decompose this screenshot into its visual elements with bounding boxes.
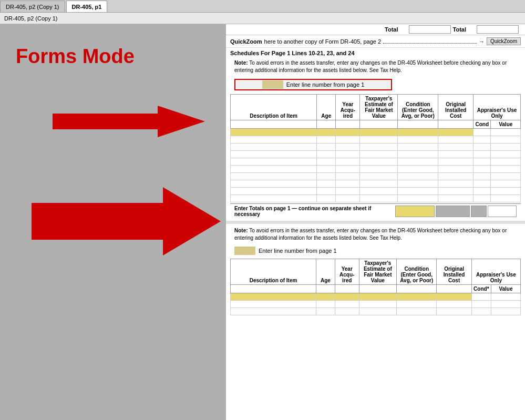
line-number-label1: Enter line number from page 1 [286,81,365,88]
cell-original[interactable] [438,129,473,136]
table-row [231,195,521,202]
tab-bar: DR-405, p2 (Copy 1) DR-405, p1 [0,0,525,13]
quickzoom-button[interactable]: QuickZoom [487,37,521,45]
table-row [231,293,521,301]
arrow-bottom [32,187,221,255]
totals-cell-white1 [488,206,517,217]
table-row [231,173,521,180]
cell-desc[interactable] [231,129,317,136]
table1: Description of Item Age Year Acqu-ired T… [230,94,521,202]
quickzoom-description: here to another copy of Form DR-405, pag… [264,38,382,45]
quickzoom-bold: QuickZoom [230,38,262,45]
cell-age[interactable] [317,129,336,136]
breadcrumb: DR-405, p2 (Copy 1) [0,13,525,24]
quickzoom-dots [383,39,477,44]
cell-desc[interactable] [231,136,317,144]
table-row [231,180,521,188]
table-row [231,301,521,308]
th-taxpayer-blank1 [360,120,398,129]
note1: Note: To avoid errors in the assets tran… [230,58,521,75]
th-age2: Age [316,259,335,285]
line-number-input2[interactable] [234,247,255,255]
cell-taxpayer[interactable] [360,136,398,144]
line-number-box1[interactable]: Enter line number from page 1 [234,79,392,90]
cell-value[interactable] [491,129,521,136]
table-row [231,166,521,173]
note1-text: To avoid errors in the assets transfer, … [234,60,507,73]
th-condition-blank1 [398,120,438,129]
sidebar: Forms Mode [0,24,226,420]
th-appraiser2: Appraiser's Use Only [471,259,520,285]
cell-condition[interactable] [398,129,438,136]
th-original1: Original Installed Cost [438,95,473,120]
total-label2: Total [453,26,466,33]
totals-cells1 [395,206,517,217]
cell-cond[interactable] [473,129,491,136]
th-cond1: Cond [473,120,491,129]
note2-label: Note: [234,228,248,233]
table-row [231,158,521,166]
line-number-row1: Enter line number from page 1 [230,77,521,92]
cell-original[interactable] [438,136,473,144]
table-row [231,151,521,158]
th-taxpayer2: Taxpayer's Estimate of Fair Market Value [359,259,396,285]
cell-condition[interactable] [398,136,438,144]
note1-label: Note: [234,60,248,66]
totals-section1: Enter Totals on page 1 — continue on sep… [230,203,521,219]
svg-marker-0 [53,106,205,137]
cell-year[interactable] [336,129,360,136]
quickzoom-text: QuickZoom here to another copy of Form D… [230,38,487,45]
table-row [231,188,521,195]
th-appraiser1: Appraiser's Use Only [473,95,521,120]
table-row [231,144,521,151]
tab-dr405-p2-copy1[interactable]: DR-405, p2 (Copy 1) [0,1,65,12]
totals-cell-gray2 [471,206,487,217]
th-original-blank1 [438,120,473,129]
th-age1: Age [317,95,336,120]
line-number-row2: Enter line number from page 1 [230,245,521,257]
cell-taxpayer[interactable] [360,129,398,136]
th-age-blank1 [317,120,336,129]
total-row: Total Total [226,24,525,35]
total-box1 [409,25,451,34]
th-taxpayer1: Taxpayer's Estimate of Fair Market Value [360,95,398,120]
content-area[interactable]: Total Total QuickZoom here to another co… [226,24,525,420]
cell-year[interactable] [336,136,360,144]
th-description1: Description of Item [231,95,317,120]
cell-value[interactable] [491,136,521,144]
th-year1: Year Acqu-ired [336,95,360,120]
main-layout: Forms Mode Total Total QuickZoom here to… [0,24,525,420]
cell-cond[interactable] [473,136,491,144]
line-number-input1[interactable] [262,80,283,89]
svg-marker-1 [32,187,221,255]
th-value2: Value [491,285,520,293]
forms-mode-label: Forms Mode [16,45,135,68]
table-row [231,308,521,315]
th-value1: Value [491,120,521,129]
schedules-title: Schedules For Page 1 Lines 10-21, 23, an… [226,48,525,57]
th-desc-blank1 [231,120,317,129]
total-label1: Total [385,26,398,33]
note2-text: To avoid errors in the assets transfer, … [234,228,507,241]
note2: Note: To avoid errors in the assets tran… [230,226,521,243]
th-condition1: Condition (Enter Good, Avg, or Poor) [398,95,438,120]
totals-cell-yellow1 [395,206,435,217]
th-year2: Year Acqu-ired [335,259,359,285]
totals-text1: Enter Totals on page 1 — continue on sep… [234,206,395,217]
cell-age[interactable] [317,136,336,144]
quickzoom-arrow-icon: → [479,38,485,45]
line-number-label2: Enter line number from page 1 [259,248,337,254]
tab-dr405-p1[interactable]: DR-405, p1 [66,1,108,12]
table2: Description of Item Age Year Acqu-ired T… [230,259,521,315]
th-original2: Original Installed Cost [437,259,471,285]
table-row [231,136,521,144]
table-row [231,129,521,136]
th-year-blank1 [336,120,360,129]
totals-cell-gray1 [436,206,470,217]
th-condition2: Condition (Enter Good, Avg, or Poor) [397,259,437,285]
total-box2 [477,25,519,34]
arrow-top [53,106,205,137]
th-cond2: Cond* [471,285,491,293]
quickzoom-row: QuickZoom here to another copy of Form D… [226,35,525,48]
section-divider [226,221,525,224]
